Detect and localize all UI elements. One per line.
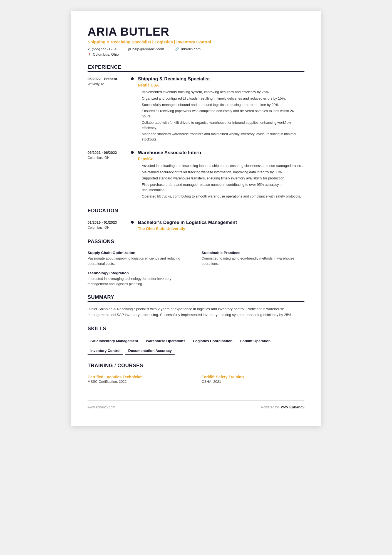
training-detail-1: OSHA, 2021 [202, 380, 304, 384]
edu-location-0: Columbus, OH [88, 226, 132, 230]
candidate-name: ARIA BUTLER [88, 25, 304, 38]
skills-row-1: SAP Inventory Management Warehouse Opera… [88, 338, 304, 345]
training-item-0: Certified Logistics Technician MSSC Cert… [88, 375, 190, 384]
skills-heading: SKILLS [88, 326, 304, 333]
exp-divider-1 [132, 150, 132, 200]
exp-location-1: Columbus, OH [88, 156, 132, 160]
edu-date-0: 01/2019 - 01/2023 [88, 220, 132, 225]
bullet-item: Filed purchase orders and managed releas… [138, 182, 304, 193]
exp-location-0: Waverly, IA [88, 82, 132, 86]
edu-divider-0 [132, 220, 132, 231]
experience-item-1: 06/2021 - 06/2022 Columbus, OH Warehouse… [88, 150, 304, 200]
training-grid: Certified Logistics Technician MSSC Cert… [88, 375, 304, 384]
footer-url: www.enhancv.com [88, 405, 115, 409]
phone-icon [88, 47, 90, 51]
exp-title-0: Shipping & Receiving Specialist [138, 76, 304, 82]
experience-section: EXPERIENCE 06/2022 - Present Waverly, IA… [88, 64, 304, 200]
skill-tag-3: Forklift Operation [237, 338, 273, 345]
exp-date-1: 06/2021 - 06/2022 [88, 151, 132, 155]
exp-divider-0 [132, 76, 132, 143]
header: ARIA BUTLER Shipping & Receiving Special… [88, 25, 304, 56]
training-name-0: Certified Logistics Technician [88, 375, 190, 379]
education-heading: EDUCATION [88, 208, 304, 215]
bullet-item: Operated lift trucks, contributing to sm… [138, 194, 304, 199]
bullet-item: Implemented inventory tracking system, i… [138, 90, 304, 95]
candidate-title: Shipping & Receiving Specialist | Logist… [88, 40, 304, 44]
edu-degree-0: Bachelor's Degree in Logistics Managemen… [138, 220, 304, 225]
bullet-item: Managed standard warehouse transfers and… [138, 132, 304, 142]
linkedin-info: linkedin.com [175, 47, 200, 51]
location-info: Columbus, Ohio [88, 52, 304, 56]
summary-heading: SUMMARY [88, 294, 304, 302]
email-info: help@enhancv.com [128, 47, 164, 51]
powered-by-text: Powered by [261, 405, 279, 409]
exp-bullets-0: Implemented inventory tracking system, i… [138, 90, 304, 142]
pin-icon [88, 52, 91, 56]
email-address: help@enhancv.com [132, 47, 164, 51]
phone-number: (555) 555-1234 [92, 47, 116, 51]
passion-title-1: Sustainable Practices [202, 251, 304, 255]
skills-section: SKILLS SAP Inventory Management Warehous… [88, 326, 304, 355]
education-section: EDUCATION 01/2019 - 01/2023 Columbus, OH… [88, 208, 304, 231]
footer: www.enhancv.com Powered by Enhancv [88, 400, 304, 410]
passion-desc-1: Committed to integrating eco-friendly me… [202, 256, 304, 267]
location-text: Columbus, Ohio [93, 52, 119, 56]
passion-title-0: Supply Chain Optimization [88, 251, 190, 255]
summary-text: Junior Shipping & Receiving Specialist w… [88, 306, 304, 318]
passion-desc-0: Passionate about improving logistics eff… [88, 256, 190, 267]
passion-desc-2: Interested in leveraging technology for … [88, 276, 190, 287]
skills-row-2: Inventory Control Documentation Accuracy [88, 347, 304, 355]
skill-tag-4: Inventory Control [88, 347, 123, 355]
exp-bullets-1: Assisted in unloading and inspecting inb… [138, 163, 304, 199]
exp-company-0: Nestlé USA [138, 83, 304, 87]
training-name-1: Forklift Safety Training [202, 375, 304, 379]
skill-tag-1: Warehouse Operations [143, 338, 188, 345]
bullet-item: Supported standard warehouse transfers, … [138, 176, 304, 181]
edu-school-0: The Ohio State University [138, 226, 304, 231]
enhancv-brand: Enhancv [289, 405, 304, 409]
skill-tag-0: SAP Inventory Management [88, 338, 141, 345]
exp-company-1: PepsiCo [138, 157, 304, 161]
experience-item-0: 06/2022 - Present Waverly, IA Shipping &… [88, 76, 304, 143]
training-heading: TRAINING / COURSES [88, 363, 304, 370]
bullet-item: Organized and configured LTL loads, resu… [138, 96, 304, 101]
phone-info: (555) 555-1234 [88, 47, 116, 51]
exp-date-0: 06/2022 - Present [88, 77, 132, 81]
passions-section: PASSIONS Supply Chain Optimization Passi… [88, 239, 304, 287]
linkedin-url: linkedin.com [180, 47, 200, 51]
summary-section: SUMMARY Junior Shipping & Receiving Spec… [88, 294, 304, 318]
contact-info: (555) 555-1234 help@enhancv.com linkedin… [88, 47, 304, 51]
enhancv-logo: Enhancv [281, 405, 304, 410]
bullet-item: Ensured all receiving paperwork was comp… [138, 108, 304, 119]
education-item-0: 01/2019 - 01/2023 Columbus, OH Bachelor'… [88, 220, 304, 231]
link-icon [175, 47, 179, 51]
skill-tag-2: Logistics Coordination [190, 338, 235, 345]
passion-title-2: Technology Integration [88, 271, 190, 275]
training-item-1: Forklift Safety Training OSHA, 2021 [202, 375, 304, 384]
passion-item-2: Technology Integration Interested in lev… [88, 271, 190, 287]
passion-item-0: Supply Chain Optimization Passionate abo… [88, 251, 190, 267]
experience-heading: EXPERIENCE [88, 64, 304, 72]
enhancv-icon [281, 405, 288, 410]
resume-page: ARIA BUTLER Shipping & Receiving Special… [71, 11, 321, 426]
footer-powered-by: Powered by Enhancv [261, 405, 304, 410]
training-detail-0: MSSC Certification, 2022 [88, 380, 190, 384]
bullet-item: Successfully managed inbound and outboun… [138, 102, 304, 108]
passions-grid: Supply Chain Optimization Passionate abo… [88, 251, 304, 287]
training-section: TRAINING / COURSES Certified Logistics T… [88, 363, 304, 384]
bullet-item: Collaborated with forklift drivers to or… [138, 120, 304, 131]
exp-title-1: Warehouse Associate Intern [138, 150, 304, 156]
passion-item-1: Sustainable Practices Committed to integ… [202, 251, 304, 267]
bullet-item: Assisted in unloading and inspecting inb… [138, 163, 304, 169]
skill-tag-5: Documentation Accuracy [125, 347, 174, 355]
passions-heading: PASSIONS [88, 239, 304, 246]
email-icon [128, 47, 131, 51]
bullet-item: Maintained accuracy of trailer tracking … [138, 170, 304, 175]
